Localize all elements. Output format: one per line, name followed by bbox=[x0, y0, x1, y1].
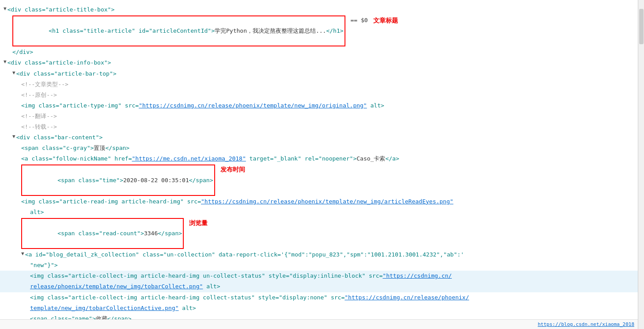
triangle-icon-2: ▼ bbox=[4, 58, 7, 66]
line-div-close-1: </div> bbox=[0, 47, 638, 57]
bar-top-gt: > bbox=[113, 69, 117, 79]
span-gt-1: > bbox=[91, 143, 94, 153]
annotation-view-count: 浏览量 bbox=[189, 218, 208, 229]
h1-id-val: "articleContentId" bbox=[149, 27, 211, 34]
img-coll-src-link[interactable]: "https://csdnimg.cn/ bbox=[383, 271, 452, 281]
a-coll-data-val: '{"mod":"popu_823","spm":"1001.2101.3001… bbox=[281, 250, 464, 260]
line-a-nickname: <a class="follow-nickName" href="https:/… bbox=[0, 153, 638, 164]
img-coll-class: "article-collect-img article-heard-img u… bbox=[68, 271, 265, 281]
line-comment-repost: <!--转载--> bbox=[0, 122, 638, 132]
line-img-collect-active-cont: template/new_img/tobarCollectionActive.p… bbox=[0, 303, 638, 314]
a-target-1: target= bbox=[246, 154, 274, 164]
status-url: https://blog.csdn.net/xiaoma_2018 bbox=[538, 321, 634, 327]
img-read-link[interactable]: "https://csdnimg.cn/release/phoenix/temp… bbox=[201, 197, 453, 207]
line-comment-translate: <!--翻译--> bbox=[0, 111, 638, 122]
h1-tag-gt: > bbox=[211, 27, 215, 34]
line-img-collect-active: <img class="article-collect-img article-… bbox=[0, 292, 638, 303]
img-active-style-val: "display:none" bbox=[279, 293, 328, 302]
bottom-bar: https://blog.csdn.net/xiaoma_2018 bbox=[0, 319, 638, 329]
h1-tag-open: <h1 class= bbox=[49, 27, 83, 34]
bar-top-class: "article-bar-top" bbox=[54, 69, 113, 79]
h1-class-val: "title-article" bbox=[83, 27, 135, 34]
img-coll-tag: <img class= bbox=[30, 271, 68, 281]
img-active-src-link[interactable]: "https://csdnimg.cn/release/phoenix/ bbox=[345, 293, 469, 302]
triangle-icon-3: ▼ bbox=[12, 69, 15, 77]
a-tag-1: <a class= bbox=[21, 154, 52, 164]
img-active-src-link-2[interactable]: template/new_img/tobarCollectionActive.p… bbox=[30, 303, 179, 313]
a-coll-class-val: "un-collection" bbox=[163, 250, 215, 260]
a-rel-1: rel= bbox=[301, 154, 318, 164]
line-span-time: <span class="time">2020-08-22 00:35:01</… bbox=[0, 164, 638, 196]
span-time-gt: > bbox=[120, 177, 123, 184]
content-area[interactable]: ▼<div class="article-title-box"> <h1 cla… bbox=[0, 0, 638, 329]
img-active-src: src= bbox=[327, 293, 345, 302]
line-comment-type: <!--文章类型--> bbox=[0, 79, 638, 90]
tag-bar-top: <div class= bbox=[16, 69, 54, 79]
line-bar-top: ▼<div class="article-bar-top"> bbox=[0, 69, 638, 79]
triangle-icon-5: ▼ bbox=[21, 250, 24, 258]
annotation-publish-time: 发布时间 bbox=[220, 164, 245, 175]
a-href-1: href= bbox=[111, 154, 132, 164]
img-src-1: src= bbox=[121, 101, 139, 111]
line-article-info-box: ▼<div class="article-info-box"> bbox=[0, 57, 638, 68]
img-active-style: style= bbox=[255, 293, 279, 302]
h1-id: id= bbox=[135, 27, 149, 34]
img-coll-style: style= bbox=[265, 271, 289, 281]
triangle-icon: ▼ bbox=[4, 5, 7, 13]
line-a-collection: ▼<a id="blog_detail_zk_collection" class… bbox=[0, 249, 638, 260]
readcount-redbox: <span class="read-count">3346</span> bbox=[21, 218, 184, 249]
comment-type: <!--文章类型--> bbox=[21, 80, 68, 89]
a-coll-id: "blog_detail_zk_collection" bbox=[46, 250, 139, 260]
attr-class-value: "article-title-box" bbox=[45, 5, 111, 15]
img-tag-1: <img class= bbox=[21, 101, 59, 111]
img-coll-src-link-2[interactable]: release/phoenix/template/new_img/tobarCo… bbox=[30, 282, 203, 291]
h1-text: 学完Python，我决定熬夜整理这篇总结... bbox=[215, 27, 326, 34]
comment-repost: <!--转载--> bbox=[21, 122, 57, 132]
comment-translate: <!--翻译--> bbox=[21, 111, 57, 121]
a-close-1: </a> bbox=[385, 154, 399, 164]
span-readcount-gt: > bbox=[140, 230, 144, 237]
tag-info-box: <div class= bbox=[8, 58, 45, 68]
a-class-1: "follow-nickName" bbox=[52, 154, 111, 164]
scrollbar-thumb[interactable] bbox=[639, 9, 644, 44]
img-coll-src: src= bbox=[365, 271, 383, 281]
img-active-alt: alt> bbox=[179, 303, 196, 313]
img-alt-1: alt> bbox=[367, 101, 384, 111]
line-span-top: <span class="c-gray">置顶</span> bbox=[0, 143, 638, 153]
span-time-close: </span> bbox=[189, 177, 213, 184]
equals-sign: == $0 bbox=[347, 15, 368, 25]
line-span-readcount: <span class="read-count">3346</span> 浏览量 bbox=[0, 218, 638, 249]
line-img-collect: <img class="article-collect-img article-… bbox=[0, 271, 638, 281]
triangle-icon-4: ▼ bbox=[12, 133, 15, 141]
img-active-tag: <img class= bbox=[30, 293, 68, 302]
a-coll-data: data-report-click= bbox=[215, 250, 281, 260]
img-src-link-1[interactable]: "https://csdnimg.cn/release/phoenix/temp… bbox=[139, 101, 367, 111]
a-href-link-1[interactable]: "https://me.csdn.net/xiaoma_2018" bbox=[132, 154, 246, 164]
img-coll-alt: alt> bbox=[203, 282, 220, 291]
a-target-val-1: "_blank" bbox=[273, 154, 301, 164]
tag-bar-content: <div class= bbox=[16, 133, 54, 142]
a-coll-data-val-2: "new"}"> bbox=[30, 260, 58, 270]
span-class-1: "c-gray" bbox=[63, 143, 91, 153]
img-read-alt: alt> bbox=[30, 207, 44, 217]
span-readcount-class: "read-count" bbox=[99, 230, 140, 237]
a-rel-val-1: "noopener" bbox=[318, 154, 353, 164]
img-class-1: "article-type-img" bbox=[59, 101, 121, 111]
img-active-class: "article-collect-img article-heard-img c… bbox=[68, 293, 255, 302]
span-time-class: "time" bbox=[99, 177, 120, 184]
img-read-src: src= bbox=[184, 197, 201, 207]
line-bar-content: ▼<div class="bar-content"> bbox=[0, 132, 638, 143]
main-container: ▼<div class="article-title-box"> <h1 cla… bbox=[0, 0, 644, 329]
a-coll-class: class= bbox=[139, 250, 163, 260]
h1-redbox: <h1 class="title-article" id="articleCon… bbox=[12, 15, 345, 46]
time-redbox: <span class="time">2020-08-22 00:35:01</… bbox=[21, 164, 215, 195]
line-img-original: <img class="article-type-img" src="https… bbox=[0, 100, 638, 111]
scrollbar[interactable] bbox=[638, 0, 644, 329]
span-close-1: </span> bbox=[105, 143, 129, 153]
line-article-title-box: ▼<div class="article-title-box"> bbox=[0, 4, 638, 15]
line-comment-original: <!--原创--> bbox=[0, 90, 638, 100]
span-readcount-close: </span> bbox=[158, 230, 182, 237]
a-text-1: Caso_卡索 bbox=[356, 154, 385, 164]
line-img-read: <img class="article-read-img article-hea… bbox=[0, 196, 638, 207]
close-div-1: </div> bbox=[12, 47, 33, 57]
